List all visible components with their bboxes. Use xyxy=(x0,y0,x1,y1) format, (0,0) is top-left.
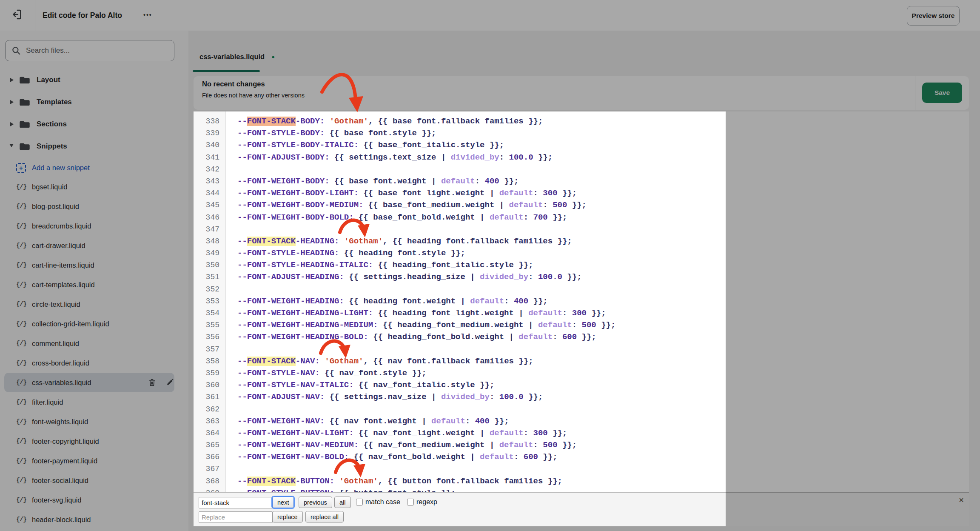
sidebar-folder-snippets[interactable]: Snippets xyxy=(0,136,188,157)
code-file-icon: {/} xyxy=(16,457,26,465)
match-case-checkbox[interactable] xyxy=(356,499,363,505)
code-file-icon: {/} xyxy=(16,281,26,288)
file-label: cart-drawer.liquid xyxy=(32,242,85,250)
regexp-checkbox[interactable] xyxy=(407,499,414,505)
folder-icon xyxy=(19,76,30,85)
file-item-collection-grid-item[interactable]: {/}collection-grid-item.liquid xyxy=(4,314,174,334)
code-line-357: 357 xyxy=(194,343,969,355)
file-item-footer-copyright[interactable]: {/}footer-copyright.liquid xyxy=(4,431,174,451)
code-file-icon: {/} xyxy=(16,262,26,269)
code-line-364: 364--FONT-WEIGHT-NAV-LIGHT: {{ nav_font_… xyxy=(194,427,969,439)
file-item-footer-svg[interactable]: {/}footer-svg.liquid xyxy=(4,490,174,510)
code-line-340: 340--FONT-STYLE-BODY-ITALIC: {{ base_fon… xyxy=(194,139,969,151)
folder-label: Templates xyxy=(37,98,72,106)
sidebar-folder-sections[interactable]: Sections xyxy=(0,114,188,135)
find-replace-bar: next previous all match case regexp repl… xyxy=(194,492,969,526)
file-sidebar: LayoutTemplatesSectionsSnippets + Add a … xyxy=(0,31,189,531)
sidebar-folder-layout[interactable]: Layout xyxy=(0,69,188,91)
top-bar: Edit code for Palo Alto ••• Preview stor… xyxy=(0,0,980,31)
find-previous-button[interactable]: previous xyxy=(299,497,332,508)
file-item-header-block[interactable]: {/}header-block.liquid xyxy=(4,510,174,529)
line-number: 338 xyxy=(194,115,225,127)
file-item-breadcrumbs[interactable]: {/}breadcrumbs.liquid xyxy=(4,216,174,236)
line-number: 359 xyxy=(194,367,225,379)
code-line-362: 362 xyxy=(194,403,969,415)
code-line-363: 363--FONT-WEIGHT-NAV: {{ nav_font.weight… xyxy=(194,415,969,427)
delete-file-icon[interactable] xyxy=(148,378,156,386)
code-line-354: 354--FONT-WEIGHT-HEADING-LIGHT: {{ headi… xyxy=(194,307,969,319)
line-number: 364 xyxy=(194,427,225,439)
file-item-font-weights[interactable]: {/}font-weights.liquid xyxy=(4,412,174,431)
search-icon xyxy=(11,46,21,57)
replace-input[interactable] xyxy=(199,511,273,523)
find-next-button[interactable]: next xyxy=(272,497,294,508)
code-file-icon: {/} xyxy=(16,242,26,249)
code-line-348: 348--FONT-STACK-HEADING: 'Gotham', {{ he… xyxy=(194,235,969,247)
folder-icon xyxy=(19,98,30,107)
code-line-361: 361--FONT-ADJUST-NAV: {{ settings.nav_si… xyxy=(194,391,969,403)
line-number: 344 xyxy=(194,187,225,199)
line-number: 340 xyxy=(194,139,225,151)
line-number: 341 xyxy=(194,151,225,163)
file-label: circle-text.liquid xyxy=(32,300,80,308)
file-item-comment[interactable]: {/}comment.liquid xyxy=(4,334,174,353)
file-item-cart-templates[interactable]: {/}cart-templates.liquid xyxy=(4,275,174,294)
tab-label: css-variables.liquid xyxy=(199,53,265,61)
file-item-circle-text[interactable]: {/}circle-text.liquid xyxy=(4,294,174,314)
file-label: font-weights.liquid xyxy=(32,418,88,426)
code-file-icon: {/} xyxy=(16,379,26,386)
add-new-snippet-link[interactable]: + Add a new snippet xyxy=(0,158,188,177)
folder-label: Snippets xyxy=(37,142,67,151)
file-item-css-variables[interactable]: {/}css-variables.liquid xyxy=(4,373,174,392)
tab-css-variables[interactable]: css-variables.liquid ● xyxy=(194,42,286,71)
exit-editor-icon xyxy=(11,9,23,22)
preview-store-button[interactable]: Preview store xyxy=(907,6,960,26)
code-editor[interactable]: 338--FONT-STACK-BODY: 'Gotham', {{ base_… xyxy=(194,111,969,526)
code-file-icon: {/} xyxy=(16,360,26,367)
line-number: 349 xyxy=(194,247,225,259)
file-label: css-variables.liquid xyxy=(32,379,91,387)
find-all-button[interactable]: all xyxy=(334,497,351,508)
code-line-367: 367 xyxy=(194,463,969,475)
line-number: 348 xyxy=(194,235,225,247)
line-number: 368 xyxy=(194,475,225,487)
sidebar-folder-templates[interactable]: Templates xyxy=(0,91,188,113)
code-file-icon: {/} xyxy=(16,320,26,328)
code-file-icon: {/} xyxy=(16,183,26,191)
replace-all-button[interactable]: replace all xyxy=(305,511,344,522)
code-line-365: 365--FONT-WEIGHT-NAV-MEDIUM: {{ nav_font… xyxy=(194,439,969,451)
file-item-footer-payment[interactable]: {/}footer-payment.liquid xyxy=(4,451,174,471)
code-line-344: 344--FONT-WEIGHT-BODY-LIGHT: {{ base_fon… xyxy=(194,187,969,199)
code-file-icon: {/} xyxy=(16,477,26,484)
replace-button[interactable]: replace xyxy=(272,511,303,522)
code-line-352: 352 xyxy=(194,283,969,295)
close-find-bar-icon[interactable]: × xyxy=(959,495,964,505)
file-item-cart-drawer[interactable]: {/}cart-drawer.liquid xyxy=(4,236,174,255)
more-actions-menu[interactable]: ••• xyxy=(143,0,152,30)
file-item-cross-border[interactable]: {/}cross-border.liquid xyxy=(4,353,174,373)
find-input[interactable] xyxy=(199,497,273,508)
code-file-icon: {/} xyxy=(16,418,26,425)
file-item-footer-social[interactable]: {/}footer-social.liquid xyxy=(4,471,174,490)
rename-file-icon[interactable] xyxy=(166,378,174,386)
save-button[interactable]: Save xyxy=(922,83,962,103)
file-label: blog-post.liquid xyxy=(32,203,79,211)
collapse-sidebar-button[interactable] xyxy=(7,6,26,25)
line-number: 347 xyxy=(194,223,225,235)
file-item-bgset[interactable]: {/}bgset.liquid xyxy=(4,177,174,197)
topbar-divider xyxy=(35,0,35,31)
line-number: 354 xyxy=(194,307,225,319)
line-number: 358 xyxy=(194,355,225,367)
search-files-input[interactable] xyxy=(25,41,167,60)
file-item-blog-post[interactable]: {/}blog-post.liquid xyxy=(4,197,174,216)
code-line-351: 351--FONT-ADJUST-HEADING: {{ settings.he… xyxy=(194,271,969,283)
file-item-filter[interactable]: {/}filter.liquid xyxy=(4,392,174,412)
add-snippet-icon: + xyxy=(16,163,26,173)
file-item-cart-line-items[interactable]: {/}cart-line-items.liquid xyxy=(4,255,174,275)
code-file-icon: {/} xyxy=(16,203,26,210)
code-line-341: 341--FONT-ADJUST-BODY: {{ settings.text_… xyxy=(194,151,969,163)
code-line-346: 346--FONT-WEIGHT-BODY-BOLD: {{ base_font… xyxy=(194,211,969,223)
file-label: collection-grid-item.liquid xyxy=(32,320,109,328)
line-number: 363 xyxy=(194,415,225,427)
search-match-current: FONT-STACK xyxy=(247,117,296,126)
